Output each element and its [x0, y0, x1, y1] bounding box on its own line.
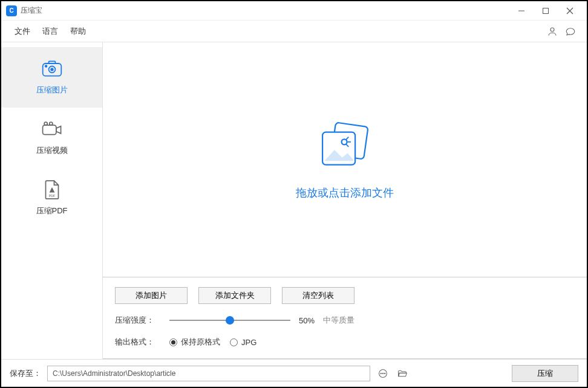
svg-point-21 — [381, 373, 381, 373]
svg-point-11 — [44, 122, 47, 125]
controls-panel: 添加图片 添加文件夹 清空列表 压缩强度： 50% 中等质量 — [103, 277, 587, 359]
svg-point-22 — [382, 373, 383, 373]
compress-button[interactable]: 压缩 — [512, 365, 578, 382]
dropzone-text: 拖放或点击添加文件 — [296, 186, 394, 200]
sidebar-item-label: 压缩视频 — [36, 145, 68, 156]
radio-icon — [230, 338, 238, 346]
sidebar-item-image[interactable]: 压缩图片 — [1, 47, 102, 108]
add-image-button[interactable]: 添加图片 — [115, 287, 188, 304]
user-icon — [547, 26, 558, 37]
account-button[interactable] — [543, 22, 561, 40]
sidebar-item-label: 压缩图片 — [36, 85, 68, 95]
titlebar: C 压缩宝 — [1, 1, 587, 21]
svg-rect-8 — [48, 61, 55, 63]
radio-keep-original[interactable]: 保持原格式 — [169, 337, 220, 348]
minimize-icon — [518, 7, 525, 15]
radio-icon — [169, 338, 177, 346]
folder-open-icon — [397, 369, 407, 378]
close-icon — [566, 7, 573, 15]
strength-label: 压缩强度： — [115, 315, 158, 326]
close-button[interactable] — [558, 2, 582, 20]
app-window: C 压缩宝 文件 语言 帮助 — [0, 0, 588, 388]
add-folder-button[interactable]: 添加文件夹 — [198, 287, 271, 304]
app-icon: C — [6, 5, 17, 16]
clear-list-button[interactable]: 清空列表 — [282, 287, 354, 304]
maximize-icon — [542, 7, 549, 15]
svg-rect-10 — [42, 125, 56, 134]
menubar: 文件 语言 帮助 — [1, 21, 587, 42]
sidebar-item-pdf[interactable]: PDF 压缩PDF — [1, 168, 102, 228]
radio-jpg[interactable]: JPG — [230, 338, 256, 347]
slider-thumb[interactable] — [226, 316, 234, 325]
menu-file[interactable]: 文件 — [8, 22, 36, 40]
body: 压缩图片 压缩视频 PDF 压缩PDF — [1, 42, 587, 359]
svg-text:PDF: PDF — [48, 194, 55, 198]
strength-value: 50% — [299, 316, 315, 325]
menu-language[interactable]: 语言 — [36, 22, 64, 40]
strength-description: 中等质量 — [323, 315, 354, 326]
ellipsis-icon — [378, 369, 388, 378]
radio-label: JPG — [241, 338, 256, 347]
svg-point-23 — [385, 373, 385, 373]
svg-point-12 — [49, 122, 52, 125]
dropzone[interactable]: 拖放或点击添加文件 — [103, 42, 587, 277]
more-options-button[interactable] — [376, 367, 390, 380]
format-radio-group: 保持原格式 JPG — [169, 337, 256, 348]
chat-icon — [565, 26, 576, 37]
strength-slider[interactable] — [169, 315, 290, 325]
svg-point-9 — [45, 65, 47, 67]
browse-folder-button[interactable] — [396, 367, 409, 380]
main-panel: 拖放或点击添加文件 添加图片 添加文件夹 清空列表 压缩强度： 50% — [103, 42, 587, 359]
format-label: 输出格式： — [115, 337, 158, 348]
svg-point-4 — [550, 28, 554, 31]
svg-point-7 — [51, 68, 53, 71]
sidebar: 压缩图片 压缩视频 PDF 压缩PDF — [1, 42, 103, 359]
svg-rect-1 — [543, 8, 549, 13]
menu-help[interactable]: 帮助 — [64, 22, 92, 40]
save-to-label: 保存至： — [10, 368, 41, 379]
minimize-button[interactable] — [509, 2, 534, 20]
image-stack-icon — [315, 119, 375, 173]
save-path-input[interactable] — [47, 366, 370, 381]
app-title: 压缩宝 — [21, 5, 42, 16]
video-camera-icon — [41, 120, 63, 139]
feedback-button[interactable] — [561, 22, 580, 40]
sidebar-item-label: 压缩PDF — [36, 205, 68, 216]
maximize-button[interactable] — [534, 2, 558, 20]
sidebar-item-video[interactable]: 压缩视频 — [1, 108, 102, 168]
pdf-file-icon: PDF — [41, 180, 63, 199]
camera-icon — [41, 59, 63, 79]
footer: 保存至： 压缩 — [1, 359, 587, 387]
radio-label: 保持原格式 — [181, 337, 220, 348]
